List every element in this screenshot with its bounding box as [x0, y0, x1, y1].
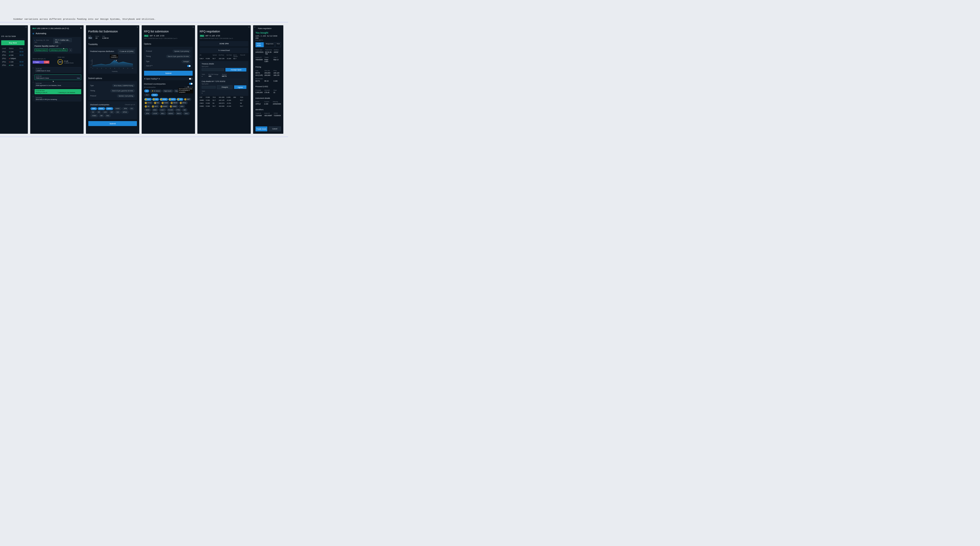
- resting-tag[interactable]: Resting in Auto-R: [35, 49, 48, 51]
- tradability-chart[interactable]: 123 456 78910 420 7 orders, Tradability …: [90, 54, 135, 72]
- col-level[interactable]: Level: [1, 47, 8, 50]
- cp-chip[interactable]: FLOW: [167, 108, 175, 111]
- cp-chip[interactable]: LOOP: [151, 112, 159, 115]
- table-row[interactable]: 175.1Live08:00: [1, 50, 25, 54]
- pin-icon[interactable]: ⇥: [192, 26, 194, 28]
- quote-row[interactable]: HSBC€ 20054.7102.046-0.14454.7: [200, 105, 248, 108]
- cp-ranked-chip[interactable]: 13JEFF: [151, 105, 159, 108]
- cp-ranked-chip[interactable]: 15SMBC: [169, 105, 178, 108]
- cp-chip[interactable]: DZ: [109, 111, 115, 114]
- cp-ranked-chip[interactable]: 14NWMT: [160, 105, 169, 108]
- quote-row[interactable]: SMBC€ 20052.7102.125-0.16452.7: [200, 99, 248, 102]
- quote-row[interactable]: CMCI€ 20054102.073-0.15154: [200, 102, 248, 105]
- quote-row-caly[interactable]: CALY€ 20052.7102.126-0.16452.7: [200, 57, 248, 60]
- quote-row[interactable]: CS*€ 20072.6101.3350.03520072.6: [200, 96, 248, 99]
- attempts-bar[interactable]: 6 Trades 1 DNT: [33, 60, 49, 64]
- cp-chip[interactable]: FTN: [175, 108, 181, 111]
- cp-chip[interactable]: HSBC: [91, 115, 98, 117]
- pin-icon[interactable]: ⇥: [137, 26, 138, 28]
- cp-chip[interactable]: K3: [129, 107, 134, 110]
- open-trading-toggle[interactable]: [189, 78, 193, 80]
- cp-ranked-chip[interactable]: 1ACF: [144, 98, 152, 101]
- cp-chip[interactable]: JPM: [144, 112, 151, 115]
- timeline-item[interactable]: 10:55 AM 750M Auto-R, DoneView: [35, 75, 81, 80]
- cp-chip[interactable]: K4: [91, 111, 95, 114]
- cp-ranked-chip[interactable]: 2CIE: [152, 98, 159, 101]
- cancel-button[interactable]: Cancel: [269, 126, 281, 131]
- disclosed-toggle[interactable]: [189, 83, 193, 85]
- cp-chip[interactable]: MZHO: [167, 112, 175, 115]
- submit-button[interactable]: Submit: [88, 121, 137, 126]
- close-button[interactable]: ✕: [80, 27, 82, 29]
- tab[interactable]: Trade details: [256, 42, 264, 47]
- chevron-down-icon[interactable]: ▾: [159, 78, 160, 80]
- cp-chip[interactable]: BAML: [98, 107, 105, 110]
- tab[interactable]: Responses: [264, 42, 275, 47]
- table-row[interactable]: 175.1Live08:00: [1, 54, 25, 57]
- cp-chip[interactable]: IMI: [99, 115, 104, 117]
- cp-chip[interactable]: CALY: [159, 108, 166, 111]
- remove-tag-button[interactable]: ✕: [69, 49, 72, 51]
- cp-chip[interactable]: ABN: [91, 107, 97, 110]
- timing-pill[interactable]: Due in 3 pm, good for 10 mins: [110, 89, 135, 92]
- cp-chip[interactable]: HPEA: [121, 111, 129, 114]
- col-status[interactable]: Status: [8, 47, 19, 50]
- cp-chip[interactable]: SALI: [183, 112, 190, 115]
- filter-chip[interactable]: ⚡ AI Select: [150, 89, 162, 92]
- cp-ranked-chip[interactable]: 8ING: [153, 101, 161, 104]
- filter-chip[interactable]: High touch: [162, 89, 173, 92]
- cp-ranked-chip[interactable]: 3JANE: [160, 98, 168, 101]
- cp-chip[interactable]: BMO: [144, 108, 151, 111]
- sort-az[interactable]: A-Z: [144, 94, 150, 97]
- table-row[interactable]: 175.1Subject: [1, 57, 25, 60]
- cp-chip[interactable]: JPM: [122, 107, 129, 110]
- table-row[interactable]: 175.1Live08:00: [1, 60, 25, 64]
- cp-ranked-chip[interactable]: 6ABP: [184, 98, 191, 101]
- edit-button[interactable]: Edit…: [53, 40, 61, 44]
- trade-more-button[interactable]: Trade more: [256, 126, 267, 131]
- cp-chip[interactable]: IMI: [182, 108, 187, 111]
- sort-rank[interactable]: Rank: [151, 94, 158, 97]
- listening-tag[interactable]: Listening to Live Markets: [49, 49, 68, 51]
- cp-chip[interactable]: HSBC: [114, 107, 121, 110]
- spot-price-input[interactable]: [202, 68, 224, 71]
- cp-chip[interactable]: RAYJ: [175, 112, 183, 115]
- type-pill[interactable]: Outright: [181, 60, 190, 63]
- filter-chip[interactable]: All: [144, 89, 149, 92]
- protocol-pill[interactable]: Spread, 3 pm pricing: [173, 50, 190, 53]
- cp-ranked-chip[interactable]: 4NITE: [168, 98, 176, 101]
- cp-ranked-chip[interactable]: 11APSC: [179, 101, 188, 104]
- timeline-item[interactable]: 10:57 AM 250M agressed in Live Markets, …: [35, 82, 81, 87]
- cp-ranked-chip[interactable]: 5SG: [177, 98, 183, 101]
- cp-ranked-chip[interactable]: 12DB: [144, 105, 151, 108]
- pin-icon[interactable]: ⇤: [254, 26, 256, 28]
- cp-ranked-chip[interactable]: 9NABS: [161, 101, 170, 104]
- buy-best-button[interactable]: Buy Best: [1, 40, 24, 45]
- agree-button[interactable]: Agree: [234, 85, 247, 89]
- cp-ranked-chip[interactable]: 10SBEM: [170, 101, 178, 104]
- autox-toggle[interactable]: [187, 65, 191, 67]
- cp-ranked-chip[interactable]: 7CFCO: [144, 101, 153, 104]
- cp-chip[interactable]: ING: [105, 115, 111, 117]
- cp-chip[interactable]: GS: [115, 111, 121, 114]
- protocol-pill[interactable]: Spread, 3 pm pricing: [117, 94, 135, 97]
- pin-icon[interactable]: ⇥: [25, 26, 27, 28]
- table-row[interactable]: 175.1Live00:00: [1, 64, 25, 67]
- cp-chip[interactable]: LEH: [102, 111, 108, 114]
- filter-button[interactable]: ▽ Low on 12 (10%): [118, 49, 135, 53]
- tab[interactable]: TCA: [275, 42, 281, 47]
- cp-chip[interactable]: ABN: [178, 105, 185, 108]
- col-time[interactable]: Time: [19, 47, 25, 50]
- corp-spot-input[interactable]: [202, 86, 216, 89]
- cp-chip[interactable]: BNS: [152, 108, 158, 111]
- cp-chip[interactable]: MILL: [159, 112, 166, 115]
- amend-button[interactable]: ↻ Amend level: [200, 48, 248, 53]
- timing-pill[interactable]: Due in 3 pm, good for 10 mins: [166, 55, 190, 58]
- accept-spot-button[interactable]: Accept Spot: [226, 68, 247, 72]
- submit-button[interactable]: Submit: [144, 71, 193, 76]
- timeline-item[interactable]: 10:35 AM 1,000M Auto-R, Done: [35, 67, 81, 73]
- disagree-button[interactable]: Disagree: [217, 85, 232, 89]
- cp-chip[interactable]: K5: [96, 111, 102, 114]
- pin-icon[interactable]: ⇥: [248, 26, 250, 28]
- type-pill[interactable]: All or None, 3:00PM Pricing: [112, 84, 135, 87]
